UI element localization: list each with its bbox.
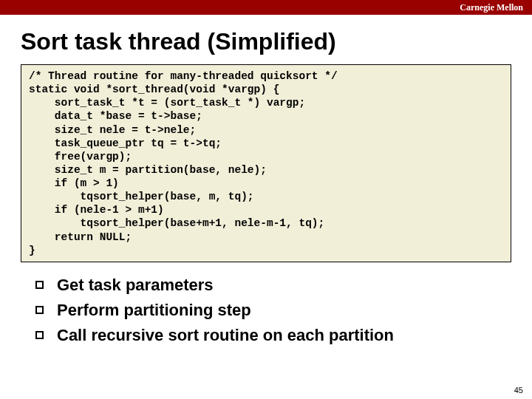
code-block: /* Thread routine for many-threaded quic… <box>21 64 511 262</box>
list-item: Perform partitioning step <box>35 301 532 320</box>
list-item: Get task parameters <box>35 276 532 295</box>
page-number: 45 <box>514 386 523 395</box>
header-bar: Carnegie Mellon <box>0 0 532 15</box>
bullet-list: Get task parameters Perform partitioning… <box>0 276 532 345</box>
bullet-icon <box>35 281 44 289</box>
bullet-text: Get task parameters <box>57 276 214 295</box>
bullet-icon <box>35 306 44 314</box>
list-item: Call recursive sort routine on each part… <box>35 326 532 345</box>
bullet-text: Perform partitioning step <box>57 301 251 320</box>
brand-label: Carnegie Mellon <box>460 2 523 13</box>
bullet-icon <box>35 331 44 339</box>
bullet-text: Call recursive sort routine on each part… <box>57 326 394 345</box>
page-title: Sort task thread (Simplified) <box>0 15 532 64</box>
